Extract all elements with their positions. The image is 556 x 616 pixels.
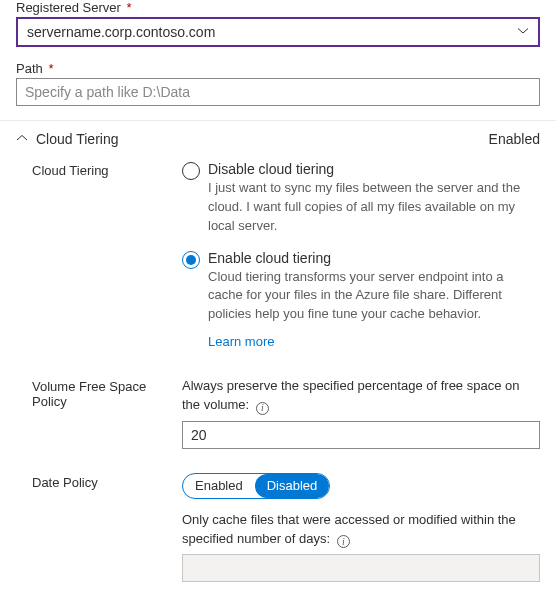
info-icon[interactable]: i [256, 402, 269, 415]
date-policy-toggle[interactable]: Enabled Disabled [182, 473, 330, 499]
date-policy-row: Date Policy Enabled Disabled Only cache … [16, 473, 540, 583]
learn-more-link[interactable]: Learn more [208, 334, 274, 349]
registered-server-label: Registered Server * [16, 0, 540, 15]
disable-radio-desc: I just want to sync my files between the… [208, 179, 540, 236]
required-indicator: * [126, 0, 131, 15]
cloud-tiering-status: Enabled [489, 131, 540, 147]
cloud-tiering-section-header[interactable]: Cloud Tiering Enabled [16, 121, 540, 161]
enable-radio-label: Enable cloud tiering [208, 250, 540, 266]
registered-server-select[interactable]: servername.corp.contoso.com [16, 17, 540, 47]
cloud-tiering-row-label: Cloud Tiering [32, 161, 182, 353]
volume-policy-help: Always preserve the specified percentage… [182, 377, 540, 415]
path-field: Path * [16, 61, 540, 106]
registered-server-value: servername.corp.contoso.com [27, 24, 215, 40]
path-input[interactable] [16, 78, 540, 106]
cloud-tiering-row: Cloud Tiering Disable cloud tiering I ju… [16, 161, 540, 353]
required-indicator: * [48, 61, 53, 76]
disable-radio-label: Disable cloud tiering [208, 161, 540, 177]
date-policy-days-input [182, 554, 540, 582]
path-label: Path * [16, 61, 540, 76]
enable-radio-desc: Cloud tiering transforms your server end… [208, 268, 540, 325]
date-policy-label: Date Policy [32, 473, 182, 583]
toggle-disabled-option[interactable]: Disabled [255, 474, 330, 498]
radio-checked-icon [182, 251, 200, 269]
disable-cloud-tiering-radio[interactable]: Disable cloud tiering I just want to syn… [182, 161, 540, 236]
chevron-up-icon [16, 132, 28, 147]
volume-free-space-input[interactable] [182, 421, 540, 449]
registered-server-field: Registered Server * servername.corp.cont… [16, 0, 540, 47]
radio-unchecked-icon [182, 162, 200, 180]
toggle-enabled-option[interactable]: Enabled [183, 474, 255, 498]
cloud-tiering-title: Cloud Tiering [36, 131, 119, 147]
volume-policy-label: Volume Free Space Policy [32, 377, 182, 449]
chevron-down-icon [517, 24, 529, 40]
volume-policy-row: Volume Free Space Policy Always preserve… [16, 377, 540, 449]
enable-cloud-tiering-radio[interactable]: Enable cloud tiering Cloud tiering trans… [182, 250, 540, 350]
date-policy-help: Only cache files that were accessed or m… [182, 511, 540, 549]
info-icon[interactable]: i [337, 535, 350, 548]
